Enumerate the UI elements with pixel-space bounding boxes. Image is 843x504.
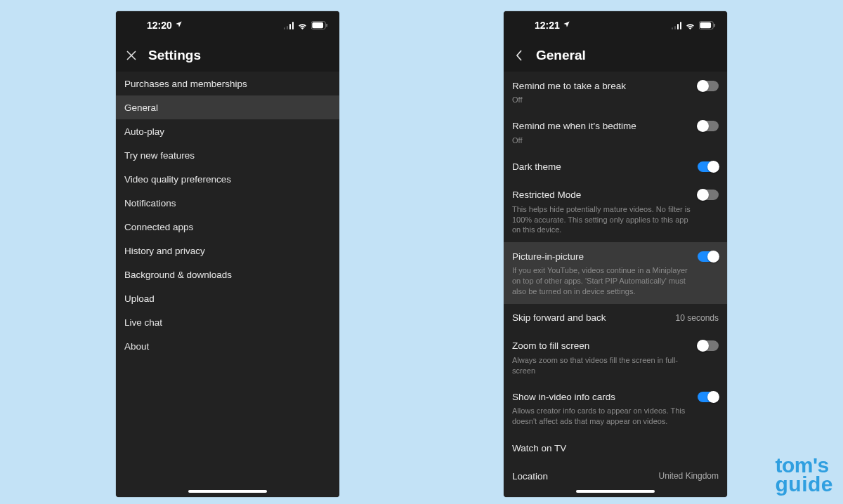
setting-subtext: If you exit YouTube, videos continue in …: [512, 265, 719, 297]
watermark-logo: tom's guide: [776, 456, 834, 494]
home-indicator[interactable]: [188, 490, 267, 493]
wifi-icon: [297, 22, 308, 29]
setting-row[interactable]: Restricted ModeThis helps hide potential…: [504, 181, 727, 243]
toggle-switch[interactable]: [698, 251, 719, 262]
toggle-switch[interactable]: [698, 161, 719, 172]
toggle-switch[interactable]: [698, 121, 719, 131]
settings-menu: Purchases and membershipsGeneralAuto-pla…: [116, 72, 339, 497]
setting-row[interactable]: Show in-video info cardsAllows creator i…: [504, 383, 727, 434]
settings-menu-item[interactable]: Try new features: [116, 143, 339, 167]
setting-subtext: Off: [512, 135, 719, 146]
settings-menu-item[interactable]: Live chat: [116, 310, 339, 334]
wifi-icon: [685, 22, 695, 29]
settings-menu-item[interactable]: Connected apps: [116, 215, 339, 239]
setting-value: United Kingdom: [659, 471, 719, 481]
setting-row[interactable]: Remind me to take a breakOff: [504, 72, 727, 112]
settings-menu-item[interactable]: General: [116, 95, 339, 119]
setting-row[interactable]: Zoom to fill screenAlways zoom so that v…: [504, 332, 727, 383]
status-time: 12:20: [147, 20, 172, 31]
settings-menu-item[interactable]: Notifications: [116, 191, 339, 215]
phone-settings: 12:20 Settings Purchases and memberships…: [116, 11, 339, 497]
header: Settings: [116, 39, 339, 72]
settings-menu-item[interactable]: History and privacy: [116, 239, 339, 263]
menu-item-label: Background & downloads: [124, 270, 232, 280]
status-time: 12:21: [535, 20, 560, 31]
menu-item-label: General: [124, 102, 158, 113]
settings-menu-item[interactable]: Purchases and memberships: [116, 72, 339, 95]
setting-label: Skip forward and back: [512, 312, 606, 323]
menu-item-label: About: [124, 341, 149, 352]
setting-label: Zoom to fill screen: [512, 340, 589, 351]
location-services-icon: [563, 20, 570, 30]
cellular-signal-icon: [284, 22, 294, 29]
close-icon[interactable]: [124, 48, 138, 62]
menu-item-label: Connected apps: [124, 222, 193, 232]
settings-menu-item[interactable]: Auto-play: [116, 119, 339, 143]
setting-subtext: This helps hide potentially mature video…: [512, 204, 719, 236]
cellular-signal-icon: [672, 22, 682, 29]
menu-item-label: Notifications: [124, 198, 176, 208]
page-title: Settings: [148, 48, 201, 63]
general-settings-list[interactable]: Remind me to take a breakOffRemind me wh…: [504, 72, 727, 497]
settings-menu-item[interactable]: Background & downloads: [116, 263, 339, 286]
toggle-switch[interactable]: [698, 81, 719, 91]
menu-item-label: Auto-play: [124, 126, 164, 137]
settings-menu-item[interactable]: Video quality preferences: [116, 167, 339, 191]
setting-label: Show in-video info cards: [512, 392, 615, 402]
setting-row[interactable]: Picture-in-pictureIf you exit YouTube, v…: [504, 242, 727, 304]
menu-item-label: Video quality preferences: [124, 174, 231, 185]
setting-label: Watch on TV: [512, 443, 566, 453]
setting-label: Dark theme: [512, 161, 561, 172]
setting-label: Remind me to take a break: [512, 81, 626, 91]
setting-value: 10 seconds: [676, 313, 719, 323]
setting-label: Remind me when it's bedtime: [512, 121, 636, 131]
setting-subtext: Off: [512, 95, 719, 105]
setting-row[interactable]: Dark theme: [504, 153, 727, 181]
home-indicator[interactable]: [576, 490, 655, 493]
settings-menu-item[interactable]: Upload: [116, 286, 339, 310]
setting-label: Picture-in-picture: [512, 251, 584, 262]
setting-label: Location: [512, 471, 548, 482]
back-icon[interactable]: [512, 48, 526, 62]
page-title: General: [536, 48, 586, 63]
phone-general: 12:21 General Remind me to take a breakO…: [504, 11, 727, 497]
setting-row[interactable]: Watch on TV: [504, 434, 727, 462]
setting-row[interactable]: Remind me when it's bedtimeOff: [504, 112, 727, 153]
svg-rect-2: [326, 24, 327, 27]
header: General: [504, 39, 727, 72]
settings-menu-item[interactable]: About: [116, 334, 339, 358]
location-services-icon: [175, 20, 183, 30]
menu-item-label: Live chat: [124, 317, 162, 328]
status-bar: 12:21: [504, 11, 727, 39]
svg-rect-4: [700, 22, 711, 28]
setting-row[interactable]: LocationUnited Kingdom: [504, 462, 727, 490]
setting-subtext: Allows creator info cards to appear on v…: [512, 406, 719, 427]
setting-subtext: Always zoom so that videos fill the scre…: [512, 355, 719, 376]
svg-rect-1: [312, 22, 323, 28]
menu-item-label: Upload: [124, 293, 155, 304]
toggle-switch[interactable]: [698, 340, 719, 351]
toggle-switch[interactable]: [698, 190, 719, 200]
status-bar: 12:20: [116, 11, 339, 39]
setting-label: Restricted Mode: [512, 190, 581, 200]
menu-item-label: History and privacy: [124, 246, 205, 256]
toggle-switch[interactable]: [698, 392, 719, 402]
battery-icon: [699, 21, 716, 29]
menu-item-label: Try new features: [124, 150, 195, 161]
svg-rect-5: [714, 24, 715, 27]
menu-item-label: Purchases and memberships: [124, 79, 247, 89]
battery-icon: [311, 21, 328, 29]
setting-row[interactable]: Skip forward and back10 seconds: [504, 304, 727, 332]
